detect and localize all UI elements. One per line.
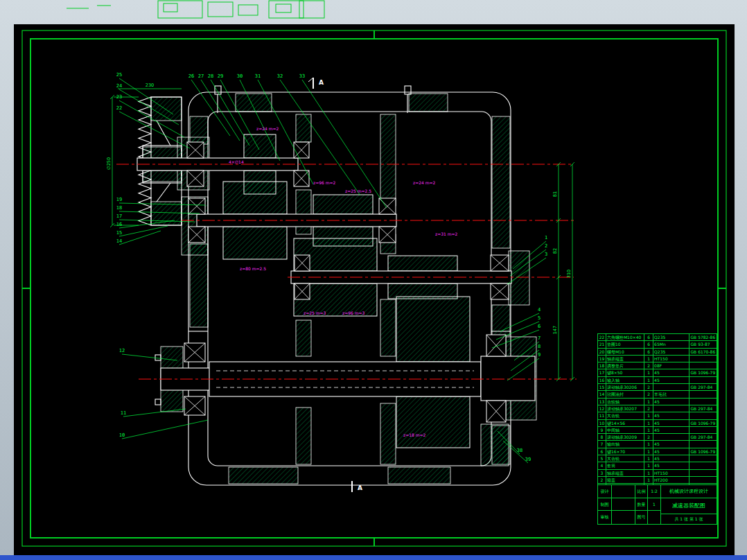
bom-row: 13齿轮轴145 [598, 398, 717, 405]
title-block-cell [612, 498, 635, 511]
gear-annotation: z=25 m=2.5 [345, 189, 371, 193]
bom-cell: 羊毛毡 [653, 391, 689, 397]
part-callout: 22 [116, 105, 122, 111]
bom-cell: GB 1096-79 [689, 369, 717, 376]
bom-row: 5大齿轮145 [598, 455, 717, 462]
bom-cell: GB 297-84 [689, 434, 717, 440]
part-callout: 25 [116, 72, 122, 78]
bom-cell: 垫圈10 [606, 341, 644, 347]
bom-cell: 大齿轮 [606, 455, 644, 462]
dimension-label: 310 [566, 270, 572, 278]
bom-cell: HT150 [653, 356, 689, 362]
bom-row: 4套筒145 [598, 462, 717, 469]
part-callout: 7 [538, 335, 541, 341]
bom-cell: GB 1096-79 [689, 448, 717, 455]
gear-annotation: z=18 m=2 [403, 432, 426, 437]
bom-row: 6键16×70145GB 1096-79 [598, 448, 717, 455]
dimension-label: ∅250 [106, 157, 112, 170]
bom-cell: GB 93-87 [689, 341, 717, 347]
part-callout: 29 [218, 73, 223, 79]
dimension-label: 81 [552, 191, 558, 197]
bom-cell: 键8×50 [606, 369, 644, 376]
parts-list-rows: 22六角螺栓M10×406Q235GB 5782-8621垫圈10665MnGB… [598, 334, 717, 491]
bom-cell: HT150 [653, 470, 689, 476]
gear-annotation: z=96 m=2 [313, 180, 336, 185]
bom-cell: 45 [653, 377, 689, 383]
dimension-label: 147 [552, 326, 558, 334]
bom-row: 7输出轴145 [598, 440, 717, 447]
bom-cell [689, 362, 717, 369]
bom-row: 8滚动轴承302092GB 297-84 [598, 433, 717, 440]
bom-cell: 08F [653, 362, 689, 369]
bom-cell: 13 [598, 399, 606, 405]
bom-cell [653, 384, 689, 390]
bom-cell: 滚动轴承30206 [606, 384, 644, 390]
drawing-title: 减速器装配图 [661, 498, 717, 514]
bom-cell: 输入轴 [606, 377, 644, 383]
bom-row: 12滚动轴承302072GB 297-84 [598, 405, 717, 412]
bom-row: 17键8×50145GB 1096-79 [598, 369, 717, 376]
bom-row: 11大齿轮145 [598, 412, 717, 419]
gear-annotation: z=80 m=2.5 [240, 266, 266, 271]
bom-cell: 齿轮轴 [606, 399, 644, 405]
title-block-grid-row: 制图数量1 [598, 498, 660, 511]
bom-cell: 1 [644, 399, 653, 405]
bom-cell: 六角螺栓M10×40 [606, 334, 644, 340]
title-block-cell [648, 511, 660, 524]
bom-cell: GB 6170-86 [689, 349, 717, 355]
bom-cell: 2 [644, 362, 653, 369]
bom-cell: 轴承端盖 [606, 356, 644, 362]
bom-cell: 45 [653, 441, 689, 447]
parts-list-table: 22六角螺栓M10×406Q235GB 5782-8621垫圈10665MnGB… [597, 333, 717, 500]
cad-drawing-screenshot: A A 252423221918171615141211102627282930… [0, 0, 747, 560]
bom-row: 20螺母M106Q235GB 6170-86 [598, 348, 717, 355]
section-label-bottom: A [358, 484, 362, 491]
bom-cell: 45 [653, 427, 689, 433]
bom-cell: 8 [598, 434, 606, 440]
bom-cell: 4 [598, 462, 606, 469]
part-callout: 16 [116, 222, 122, 227]
gear-annotation: z=24 m=2 [256, 126, 279, 131]
bom-cell: 45 [653, 420, 689, 426]
bom-cell [689, 470, 717, 476]
bom-cell: 1 [644, 470, 653, 476]
part-callout: 15 [116, 230, 122, 236]
bom-row: 3轴承端盖1HT150 [598, 469, 717, 476]
bom-cell [689, 391, 717, 397]
part-callout: 12 [119, 348, 125, 353]
part-callout: 3 [545, 252, 547, 257]
bom-cell: 17 [598, 369, 606, 376]
part-callout: 28 [208, 73, 213, 79]
bom-cell: GB 1096-79 [689, 420, 717, 426]
bom-cell: 20 [598, 349, 606, 355]
bom-cell: 1 [644, 356, 653, 362]
bom-cell: 调整垫片 [606, 362, 644, 369]
title-block-grid-row: 设计比例1:2 [598, 485, 660, 498]
part-callout: 14 [116, 238, 122, 244]
bottom-window-edge [0, 555, 747, 560]
part-callout: 18 [116, 205, 122, 211]
bom-cell: 毡圈油封 [606, 391, 644, 397]
bom-cell: 18 [598, 362, 606, 369]
bom-cell: 键16×70 [606, 448, 644, 455]
bom-cell [653, 434, 689, 440]
bom-cell: 1 [644, 448, 653, 455]
bom-cell: 1 [644, 462, 653, 469]
title-block-cell [612, 485, 635, 498]
title-block-cell: 图号 [635, 511, 648, 524]
bom-cell: 2 [644, 405, 653, 412]
bom-cell: 7 [598, 441, 606, 447]
bom-cell: 12 [598, 405, 606, 412]
bom-cell: 5 [598, 455, 606, 462]
part-callout: 32 [277, 73, 283, 79]
bom-row: 19轴承端盖1HT150 [598, 355, 717, 362]
part-callout: 23 [116, 94, 122, 100]
title-block-school: 机械设计课程设计 [661, 485, 717, 498]
part-callout: 4 [538, 307, 541, 313]
bom-cell: 21 [598, 341, 606, 347]
part-callout: 27 [198, 73, 204, 79]
bom-cell [689, 377, 717, 383]
bom-cell: GB 297-84 [689, 384, 717, 390]
dimension-label: 82 [552, 248, 558, 254]
bom-cell: 输出轴 [606, 441, 644, 447]
